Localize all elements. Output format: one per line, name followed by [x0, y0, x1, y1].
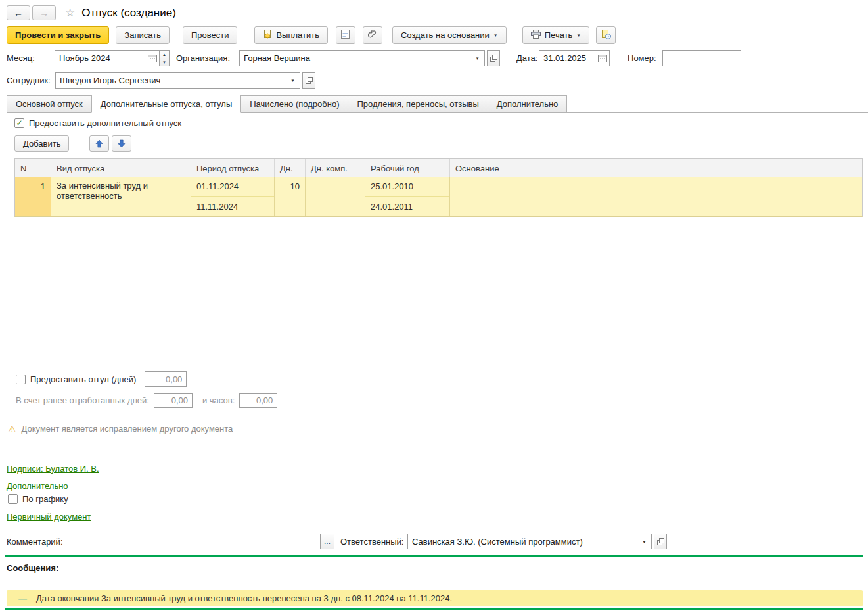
comment-label: Комментарий:	[7, 537, 63, 547]
employee-field: ▼	[55, 72, 300, 89]
responsible-label: Ответственный:	[340, 537, 403, 547]
earned-days-label: В счет ранее отработанных дней:	[16, 396, 149, 405]
employee-open-button[interactable]	[302, 72, 315, 89]
move-row-up-button[interactable]	[89, 135, 109, 152]
timeoff-days-field	[145, 371, 187, 387]
earned-days-input[interactable]	[154, 394, 192, 407]
attachments-button[interactable]	[363, 26, 382, 44]
column-header-period: Период отпуска	[191, 159, 275, 177]
calendar-icon[interactable]	[145, 51, 159, 66]
responsible-input[interactable]	[408, 534, 637, 549]
provide-timeoff-checkbox[interactable]	[16, 375, 26, 384]
calendar-icon[interactable]	[595, 51, 609, 66]
signatures-link[interactable]: Подписи: Булатов И. В.	[7, 464, 99, 474]
header-fields-row-2: Сотрудник: ▼	[0, 72, 868, 89]
tab-label: Основной отпуск	[16, 99, 83, 109]
message-dash-icon: —	[18, 593, 27, 603]
number-input[interactable]	[663, 51, 741, 66]
cell-vacation-type[interactable]: За интенсивный труд и ответственность	[51, 177, 191, 216]
cell-comp-days[interactable]	[306, 177, 365, 216]
post-button[interactable]: Провести	[183, 26, 238, 44]
create-based-on-button[interactable]: Создать на основании ▼	[392, 26, 507, 44]
table-command-bar: Добавить	[14, 135, 131, 152]
cell-period-start[interactable]: 01.11.2024	[191, 177, 274, 197]
pay-button[interactable]: Выплатить	[254, 26, 328, 44]
earned-days-field	[154, 393, 193, 408]
chevron-down-icon[interactable]: ▼	[286, 74, 300, 87]
provide-additional-vacation-checkbox[interactable]: ✓	[14, 118, 24, 128]
cell-days[interactable]: 10	[275, 177, 306, 216]
hours-label: и часов:	[202, 396, 235, 405]
warning-icon: ⚠	[8, 424, 16, 434]
accruals-list-button[interactable]	[336, 26, 355, 44]
tab-extensions-transfers[interactable]: Продления, переносы, отзывы	[348, 95, 488, 112]
tab-label: Дополнительно	[497, 99, 559, 109]
add-row-label: Добавить	[23, 139, 60, 148]
messages-separator	[5, 555, 863, 557]
post-and-close-button[interactable]: Провести и закрыть	[7, 26, 109, 44]
cell-basis[interactable]	[450, 177, 862, 216]
print-button[interactable]: Печать ▼	[522, 26, 590, 44]
table-row[interactable]: 1 За интенсивный труд и ответственность …	[14, 177, 863, 217]
organization-field: ▼	[239, 50, 485, 66]
month-spinner: ▲ ▼	[160, 50, 170, 66]
provide-additional-vacation-label: Предоставить дополнительный отпуск	[29, 118, 181, 128]
write-label: Записать	[124, 30, 161, 40]
cell-work-year[interactable]: 25.01.2010 24.01.2011	[365, 177, 450, 216]
add-row-button[interactable]: Добавить	[14, 135, 69, 152]
reminder-button[interactable]	[596, 26, 616, 44]
cell-period[interactable]: 01.11.2024 11.11.2024	[191, 177, 275, 216]
employee-input[interactable]	[56, 73, 286, 88]
message-item[interactable]: — Дата окончания За интенсивный труд и о…	[7, 590, 863, 606]
move-down-icon	[118, 139, 126, 148]
forward-button[interactable]: →	[32, 5, 56, 20]
by-schedule-label: По графику	[22, 494, 68, 504]
column-header-work-year: Рабочий год	[365, 159, 450, 177]
divider	[80, 137, 80, 150]
chevron-down-icon[interactable]: ▼	[470, 52, 484, 65]
create-based-on-label: Создать на основании	[401, 30, 490, 40]
tab-accrued-detailed[interactable]: Начислено (подробно)	[240, 95, 348, 112]
chevron-down-icon: ▼	[576, 34, 581, 37]
tab-additional-vacations[interactable]: Дополнительные отпуска, отгулы	[91, 95, 242, 113]
printer-icon	[531, 30, 541, 41]
open-icon	[657, 538, 664, 545]
comment-more-button[interactable]: ...	[320, 534, 334, 549]
footer-row: Комментарий: ... Ответственный: ▼	[0, 534, 868, 550]
page-title: Отпуск (создание)	[81, 7, 176, 20]
comment-input[interactable]	[66, 534, 320, 549]
favorite-star-icon[interactable]: ☆	[65, 6, 75, 20]
spinner-down-icon[interactable]: ▼	[160, 58, 169, 66]
additional-group-link[interactable]: Дополнительно	[7, 481, 68, 491]
organization-open-button[interactable]	[487, 50, 500, 66]
hours-input[interactable]	[240, 394, 277, 407]
month-input[interactable]	[55, 51, 145, 66]
tab-additional[interactable]: Дополнительно	[488, 95, 568, 112]
tab-main-vacation[interactable]: Основной отпуск	[7, 95, 92, 112]
print-label: Печать	[545, 30, 573, 40]
write-button[interactable]: Записать	[116, 26, 170, 44]
comment-field	[66, 534, 321, 549]
earned-days-row: В счет ранее отработанных дней: и часов:	[16, 393, 277, 408]
cell-period-end[interactable]: 11.11.2024	[191, 197, 274, 216]
spinner-up-icon[interactable]: ▲	[160, 51, 169, 58]
number-label: Номер:	[628, 53, 656, 63]
by-schedule-checkbox[interactable]	[8, 494, 18, 504]
warning-text: Документ является исправлением другого д…	[22, 424, 233, 434]
move-up-icon	[95, 139, 103, 148]
vacation-document-window: ← → ☆ Отпуск (создание) Провести и закры…	[0, 0, 868, 613]
move-row-down-button[interactable]	[112, 135, 131, 152]
date-input[interactable]	[539, 51, 595, 66]
organization-input[interactable]	[240, 51, 470, 66]
column-header-comp-days: Дн. комп.	[306, 159, 365, 177]
pay-icon	[263, 30, 272, 41]
back-button[interactable]: ←	[7, 5, 30, 20]
timeoff-days-input[interactable]	[145, 372, 186, 386]
chevron-down-icon[interactable]: ▼	[637, 535, 651, 548]
primary-document-link[interactable]: Первичный документ	[7, 512, 91, 522]
cell-work-year-start[interactable]: 25.01.2010	[365, 177, 449, 197]
pay-label: Выплатить	[276, 30, 319, 40]
responsible-open-button[interactable]	[654, 534, 667, 549]
cell-work-year-end[interactable]: 24.01.2011	[365, 197, 449, 216]
cell-row-number[interactable]: 1	[15, 177, 51, 216]
